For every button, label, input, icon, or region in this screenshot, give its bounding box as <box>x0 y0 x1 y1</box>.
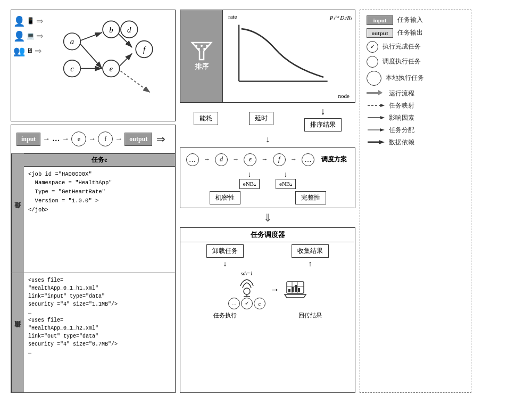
svg-point-24 <box>198 48 200 50</box>
middle-panel: 排序 rate Pᵢᵗˣ Dᵢ/Rᵢ node 能耗 延时 ↓ 排序结果 <box>180 10 355 393</box>
legend-input: input 任务输入 <box>367 15 464 25</box>
legend-output: output 任务输出 <box>367 28 464 38</box>
sched-node-e: e <box>244 153 256 166</box>
svg-text:d: d <box>127 25 131 34</box>
scheduler-title: 任务调度器 <box>180 228 355 242</box>
info-sections: 任务信息 任务e <job id ="HA00000X" Namespace =… <box>11 154 175 392</box>
svg-marker-46 <box>379 140 385 144</box>
svg-point-28 <box>244 288 250 294</box>
legend-input-box: input <box>367 15 393 25</box>
legend-assign-text: 任务分配 <box>389 126 414 135</box>
legend-sched-circle-icon <box>367 56 378 68</box>
legend-task-assign: 任务分配 <box>367 126 464 135</box>
svg-rect-36 <box>292 287 294 292</box>
input-box: input <box>16 133 40 146</box>
bottom-labels: 机密性 完整性 <box>184 191 352 204</box>
flow-arrow-4: → <box>115 135 122 143</box>
down-arrow-sort: ↓ <box>321 106 326 117</box>
svg-marker-42 <box>380 116 385 119</box>
gray-arrow-3: ⇒ <box>35 46 41 56</box>
flow-arrow-2: → <box>62 135 69 143</box>
arrow-down-1: ↓ <box>180 135 355 144</box>
legend-task-mapping: 任务映射 <box>367 101 464 110</box>
flow-dots-1: … <box>52 135 60 143</box>
return-label: 回传结果 <box>298 311 322 319</box>
gray-arrow-2: ⇒ <box>36 31 43 41</box>
svg-point-21 <box>195 45 197 47</box>
legend-mapping-text: 任务映射 <box>389 101 414 110</box>
task-info-part: 任务信息 任务e <job id ="HA00000X" Namespace =… <box>11 154 175 274</box>
user-row-3: 👥 🖥 ⇒ <box>13 45 43 57</box>
arrow-collect-up: ↑ <box>309 260 312 268</box>
users-area: 👤 📱 ⇒ 👤 💻 ⇒ 👥 🖥 ⇒ <box>13 15 43 57</box>
scheduling-box: … → d → e → f → … 调度方案 ↓ eNB₁ <box>180 147 355 208</box>
double-arrow-down: ⇓ <box>180 211 355 224</box>
enb2-box: eNB₂ <box>276 179 296 189</box>
legend-input-text: 任务输入 <box>397 15 423 24</box>
legend-check-icon: ✓ <box>370 43 375 50</box>
delay-label: 延时 <box>249 112 273 125</box>
sched-arrow-3: → <box>262 155 268 163</box>
left-panel: 👤 📱 ⇒ 👤 💻 ⇒ 👥 🖥 ⇒ <box>11 10 176 393</box>
scheduler-row-arrows: ↓ ↑ <box>182 260 353 268</box>
svg-text:e: e <box>110 64 113 73</box>
collect-label: 收集结果 <box>292 244 329 258</box>
task-info-box: input → … → e → f → output ⇒ 任务信息 <box>11 125 176 393</box>
user-icon-1: 👤 <box>13 15 25 27</box>
laptop-area <box>284 280 307 300</box>
rate-label: rate <box>228 13 237 20</box>
svg-point-25 <box>203 48 205 50</box>
sched-node-d: d <box>215 153 228 166</box>
svg-point-23 <box>206 45 208 47</box>
task-exec-area: sdᵢ=1 … ✓ <box>182 270 353 309</box>
legend-run-text: 运行流程 <box>389 89 414 98</box>
dag-box: 👤 📱 ⇒ 👤 💻 ⇒ 👥 🖥 ⇒ <box>11 10 176 121</box>
legend-data-dep: 数据依赖 <box>367 138 464 147</box>
sort-labels-row: 能耗 延时 ↓ 排序结果 <box>180 106 355 132</box>
base-station-icon <box>236 276 257 298</box>
legend-run-flow: 运行流程 <box>367 89 464 98</box>
filter-label: 排序 <box>195 62 209 71</box>
io-info-content: <uses file= "HealthApp_0_1_h1.xml" link=… <box>24 273 175 392</box>
scheme-label: 调度方案 <box>321 155 349 164</box>
svg-marker-40 <box>380 104 385 107</box>
node-e: e <box>71 132 86 146</box>
big-right-arrow: ⇒ <box>156 133 165 145</box>
sorting-box: 排序 rate Pᵢᵗˣ Dᵢ/Rᵢ node <box>180 10 355 103</box>
sort-result-label: 排序结果 <box>304 118 342 132</box>
legend-data-dep-text: 数据依赖 <box>389 138 414 147</box>
user-row-2: 👤 💻 ⇒ <box>13 30 43 42</box>
diagram-container: 👤 📱 ⇒ 👤 💻 ⇒ 👥 🖥 ⇒ <box>11 10 521 393</box>
legend-sched-text: 调度执行任务 <box>383 57 421 66</box>
sched-arrow-2: → <box>232 155 239 163</box>
sched-dots-right: … <box>302 153 314 166</box>
rate-curve <box>227 21 339 85</box>
node-f: f <box>98 132 113 146</box>
arrow-unload-down: ↓ <box>223 260 227 268</box>
legend-local-text: 本地执行任务 <box>386 73 424 83</box>
legend-local-circle: 本地执行任务 <box>367 71 464 86</box>
task-flow-area: input → … → e → f → output ⇒ <box>11 125 175 154</box>
device-icon-3: 🖥 <box>27 47 33 55</box>
sm-circle-c: c <box>254 298 265 309</box>
unload-label: 卸载任务 <box>206 244 244 258</box>
svg-rect-38 <box>298 288 300 292</box>
sched-arrow-4: → <box>290 155 297 163</box>
legend-influence: 影响因素 <box>367 113 464 122</box>
svg-line-2 <box>78 32 102 41</box>
task-info-label: 任务信息 <box>11 154 24 273</box>
legend-local-circle-icon <box>367 71 381 86</box>
sm-circle-checked: ✓ <box>241 298 253 309</box>
task-info-content: <job id ="HA00000X" Namespace = "HealthA… <box>24 167 175 273</box>
user-icon-2: 👤 <box>13 30 25 42</box>
sched-dots-left: … <box>186 153 199 166</box>
dashed-arrow-icon <box>367 102 385 109</box>
enb1-box: eNB₁ <box>239 179 260 189</box>
checkmark-icon: ✓ <box>245 300 249 306</box>
device-icon-2: 💻 <box>27 32 35 40</box>
right-arrow-exec: → <box>270 284 279 296</box>
laptop-icon <box>284 280 307 300</box>
integrity-label: 完整性 <box>295 191 326 204</box>
svg-text:c: c <box>70 64 74 73</box>
energy-label: 能耗 <box>194 112 218 125</box>
